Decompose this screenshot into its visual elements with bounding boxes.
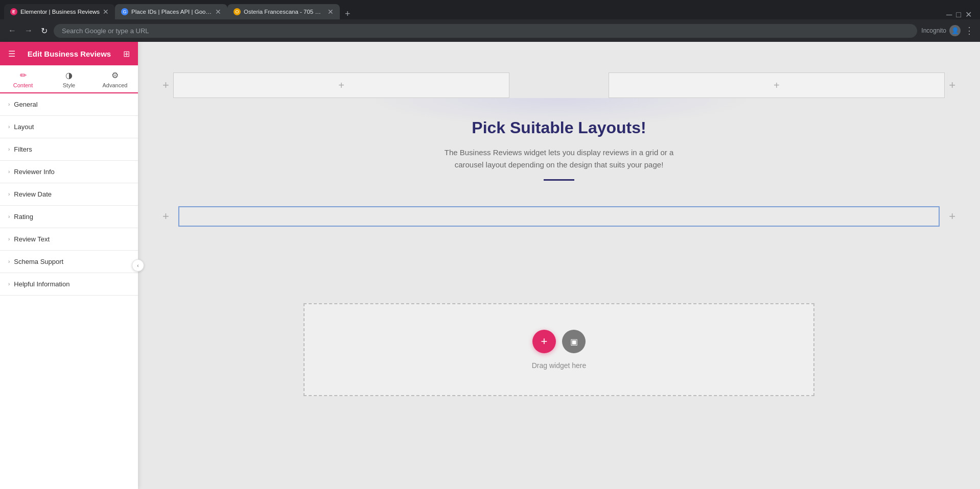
tab-label-places: Place IDs | Places API | Google... bbox=[131, 9, 212, 15]
chevron-text-icon: › bbox=[8, 236, 10, 242]
maximize-button[interactable]: □ bbox=[956, 10, 961, 19]
tab-osteria[interactable]: O Osteria Francescana - 705 Photo... ✕ bbox=[227, 4, 340, 19]
advanced-tab-icon: ⚙ bbox=[111, 70, 119, 80]
sidebar-collapse-button[interactable]: ‹ bbox=[132, 259, 144, 272]
tab-close-osteria[interactable]: ✕ bbox=[328, 8, 334, 15]
section-filters-label: Filters bbox=[14, 145, 32, 153]
tab-content[interactable]: ✏ Content bbox=[0, 65, 46, 93]
sidebar-sections: › General › Layout › Filters › Rev bbox=[0, 93, 138, 489]
content-tab-icon: ✏ bbox=[20, 70, 27, 80]
back-button[interactable]: ← bbox=[6, 24, 18, 37]
section-schema-label: Schema Support bbox=[14, 258, 63, 265]
left-col-plus-icon[interactable]: + bbox=[338, 80, 344, 91]
section-general-label: General bbox=[14, 101, 37, 108]
tab-close-elementor[interactable]: ✕ bbox=[103, 8, 109, 15]
url-input[interactable] bbox=[54, 24, 917, 38]
tab-elementor[interactable]: E Elementor | Business Reviews ✕ bbox=[4, 4, 115, 19]
browser-chrome: E Elementor | Business Reviews ✕ G Place… bbox=[0, 0, 980, 42]
middle-row-left-plus[interactable]: + bbox=[158, 208, 173, 225]
style-tab-label: Style bbox=[63, 82, 75, 88]
tab-label-elementor: Elementor | Business Reviews bbox=[20, 9, 100, 15]
canvas-area: + + + + Pick Suitable Layouts! The Busin… bbox=[138, 42, 980, 489]
chevron-filters-icon: › bbox=[8, 146, 10, 152]
large-placeholder[interactable] bbox=[178, 206, 940, 227]
tab-places[interactable]: G Place IDs | Places API | Google... ✕ bbox=[115, 4, 227, 19]
drag-label: Drag widget here bbox=[532, 361, 587, 370]
browser-menu-button[interactable]: ⋮ bbox=[965, 25, 974, 36]
section-helpful-label: Helpful Information bbox=[14, 280, 69, 288]
minimize-button[interactable]: ─ bbox=[946, 10, 952, 19]
top-placeholder-row: + + + + bbox=[158, 72, 960, 98]
section-layout[interactable]: › Layout bbox=[0, 116, 138, 138]
section-general[interactable]: › General bbox=[0, 93, 138, 116]
hero-description: The Business Reviews widget lets you dis… bbox=[431, 146, 687, 171]
section-reviewer-info[interactable]: › Reviewer Info bbox=[0, 161, 138, 183]
tab-bar: E Elementor | Business Reviews ✕ G Place… bbox=[0, 0, 980, 19]
section-rating-label: Rating bbox=[14, 213, 33, 221]
reload-button[interactable]: ↻ bbox=[39, 24, 50, 38]
right-placeholder-col[interactable]: + bbox=[609, 72, 945, 98]
close-button[interactable]: ✕ bbox=[965, 10, 972, 19]
incognito-label: Incognito bbox=[921, 27, 946, 34]
tab-style[interactable]: ◑ Style bbox=[46, 65, 92, 93]
forward-button[interactable]: → bbox=[22, 24, 35, 37]
section-filters[interactable]: › Filters bbox=[0, 138, 138, 161]
address-bar: ← → ↻ Incognito 👤 ⋮ bbox=[0, 19, 980, 42]
section-schema[interactable]: › Schema Support bbox=[0, 251, 138, 273]
hamburger-icon[interactable]: ☰ bbox=[8, 49, 15, 59]
middle-row: + + bbox=[158, 206, 960, 227]
section-review-date[interactable]: › Review Date bbox=[0, 183, 138, 206]
right-row-plus[interactable]: + bbox=[945, 77, 960, 94]
chevron-layout-icon: › bbox=[8, 124, 10, 130]
tab-favicon-osteria: O bbox=[234, 8, 241, 15]
tab-close-places[interactable]: ✕ bbox=[215, 8, 221, 15]
section-layout-label: Layout bbox=[14, 123, 34, 131]
middle-row-right-plus[interactable]: + bbox=[945, 208, 960, 225]
style-tab-icon: ◑ bbox=[65, 70, 73, 80]
tab-favicon-elementor: E bbox=[10, 8, 17, 15]
content-tab-label: Content bbox=[13, 82, 33, 88]
tab-advanced[interactable]: ⚙ Advanced bbox=[92, 65, 138, 93]
left-row-plus[interactable]: + bbox=[158, 77, 173, 94]
section-text-label: Review Text bbox=[14, 235, 50, 243]
chevron-reviewer-icon: › bbox=[8, 169, 10, 175]
new-tab-button[interactable]: + bbox=[342, 9, 354, 19]
section-rating[interactable]: › Rating bbox=[0, 206, 138, 228]
advanced-tab-label: Advanced bbox=[103, 82, 128, 88]
sidebar-tabs: ✏ Content ◑ Style ⚙ Advanced bbox=[0, 65, 138, 93]
tab-label-osteria: Osteria Francescana - 705 Photo... bbox=[244, 9, 324, 15]
drag-buttons: + ▣ bbox=[532, 330, 586, 353]
hero-title: Pick Suitable Layouts! bbox=[339, 118, 779, 137]
content-hero: Pick Suitable Layouts! The Business Revi… bbox=[329, 98, 789, 201]
incognito-info: Incognito 👤 bbox=[921, 25, 961, 36]
right-col-plus-icon[interactable]: + bbox=[774, 80, 780, 91]
sidebar-title: Edit Business Reviews bbox=[28, 50, 111, 58]
chevron-date-icon: › bbox=[8, 191, 10, 197]
canvas-content: + + + + Pick Suitable Layouts! The Busin… bbox=[138, 42, 980, 489]
chevron-schema-icon: › bbox=[8, 259, 10, 264]
sidebar: ☰ Edit Business Reviews ⊞ ✏ Content ◑ St… bbox=[0, 42, 138, 489]
drag-widget-zone[interactable]: + ▣ Drag widget here bbox=[304, 303, 814, 396]
left-placeholder-col[interactable]: + bbox=[173, 72, 510, 98]
section-review-text[interactable]: › Review Text bbox=[0, 228, 138, 251]
section-helpful[interactable]: › Helpful Information bbox=[0, 273, 138, 296]
tab-favicon-places: G bbox=[121, 8, 128, 15]
incognito-icon: 👤 bbox=[949, 25, 961, 36]
grid-icon[interactable]: ⊞ bbox=[123, 49, 130, 59]
add-widget-button[interactable]: + bbox=[532, 330, 556, 353]
chevron-rating-icon: › bbox=[8, 214, 10, 219]
template-button[interactable]: ▣ bbox=[562, 330, 586, 353]
chevron-helpful-icon: › bbox=[8, 281, 10, 287]
section-date-label: Review Date bbox=[14, 190, 52, 198]
chevron-general-icon: › bbox=[8, 102, 10, 107]
window-controls: ─ □ ✕ bbox=[946, 10, 976, 19]
section-reviewer-label: Reviewer Info bbox=[14, 168, 54, 176]
hero-divider bbox=[544, 179, 574, 181]
sidebar-header: ☰ Edit Business Reviews ⊞ bbox=[0, 42, 138, 65]
